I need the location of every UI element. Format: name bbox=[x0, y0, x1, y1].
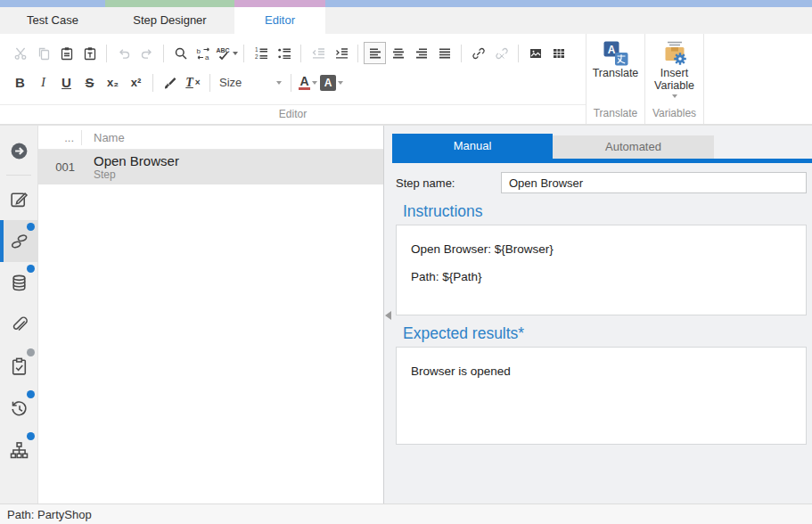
svg-text:a: a bbox=[205, 53, 209, 61]
clipboard-check-icon bbox=[9, 356, 29, 377]
redo-icon[interactable] bbox=[135, 42, 158, 64]
tab-color-strip bbox=[0, 0, 812, 7]
strikethrough-button[interactable]: S bbox=[78, 71, 101, 94]
step-name-input[interactable] bbox=[501, 172, 807, 193]
insert-variable-icon bbox=[661, 40, 688, 67]
translate-button[interactable]: A Translate bbox=[593, 40, 639, 79]
paste-icon[interactable] bbox=[55, 42, 78, 64]
translate-icon: A bbox=[603, 40, 629, 67]
toolbar-separator bbox=[152, 74, 153, 92]
hierarchy-badge bbox=[27, 432, 35, 440]
font-color-button[interactable]: A bbox=[297, 71, 319, 94]
history-icon bbox=[9, 398, 29, 419]
insert-variable-button[interactable]: Insert Variable bbox=[654, 40, 694, 98]
align-center-icon[interactable] bbox=[387, 42, 409, 64]
underline-button[interactable]: U bbox=[55, 71, 78, 94]
align-right-icon[interactable] bbox=[410, 42, 432, 64]
instructions-editor[interactable]: Open Browser: ${Browser} Path: ${Path} bbox=[396, 225, 807, 315]
rail-item-checklist[interactable] bbox=[0, 346, 38, 388]
cut-icon[interactable] bbox=[9, 42, 31, 64]
step-number: 001 bbox=[38, 160, 82, 174]
toolbar-separator bbox=[209, 74, 210, 92]
app-window: Test Case Step Designer Editor bbox=[0, 0, 812, 524]
expected-results-editor[interactable]: Browser is opened bbox=[396, 347, 807, 445]
steps-list-header: ... Name bbox=[38, 126, 383, 150]
step-name-label: Step name: bbox=[396, 176, 501, 190]
collapse-panel-icon[interactable] bbox=[385, 311, 391, 320]
rail-item-hierarchy[interactable] bbox=[0, 430, 38, 471]
tab-editor[interactable]: Editor bbox=[234, 7, 325, 34]
table-row[interactable]: 001 Open Browser Step bbox=[38, 150, 383, 184]
status-path: Path: PartyShop bbox=[7, 508, 92, 521]
tab-step-designer[interactable]: Step Designer bbox=[105, 7, 234, 34]
main-area: ... Name 001 Open Browser Step Manual Au… bbox=[0, 125, 812, 504]
justify-icon[interactable] bbox=[433, 42, 455, 64]
size-caret-icon bbox=[276, 81, 282, 85]
ribbon-group-label-translate: Translate bbox=[586, 104, 644, 124]
rail-item-history[interactable] bbox=[0, 388, 38, 430]
rail-item-attachments[interactable] bbox=[0, 304, 38, 346]
left-rail bbox=[0, 126, 38, 504]
copy-icon[interactable] bbox=[32, 42, 54, 64]
strip-rest bbox=[325, 0, 812, 7]
toolbar-separator bbox=[357, 45, 358, 62]
tab-automated[interactable]: Automated bbox=[553, 135, 714, 159]
steps-badge bbox=[27, 223, 35, 231]
align-left-icon[interactable] bbox=[364, 42, 386, 64]
toolbar-separator bbox=[300, 45, 301, 62]
checklist-badge bbox=[27, 348, 35, 356]
bold-button[interactable]: B bbox=[9, 71, 31, 94]
forward-circle-icon bbox=[9, 141, 29, 161]
outdent-icon[interactable] bbox=[307, 42, 329, 64]
italic-button[interactable]: I bbox=[32, 71, 54, 94]
column-header-name[interactable]: Name bbox=[82, 131, 125, 144]
rail-item-steps[interactable] bbox=[0, 220, 38, 262]
history-badge bbox=[27, 390, 35, 398]
rail-item-test-data[interactable] bbox=[0, 262, 38, 304]
steps-list-panel: ... Name 001 Open Browser Step bbox=[38, 126, 383, 504]
highlight-caret-icon bbox=[338, 81, 343, 85]
replace-icon[interactable]: ba bbox=[193, 42, 215, 64]
svg-text:1: 1 bbox=[255, 46, 258, 53]
link-icon[interactable] bbox=[467, 42, 489, 64]
toolbar-separator bbox=[291, 74, 291, 92]
spellcheck-icon[interactable]: ABC bbox=[216, 42, 238, 64]
clear-format-button[interactable]: T× bbox=[182, 71, 204, 94]
paperclip-icon bbox=[9, 315, 29, 335]
toolbar-separator bbox=[163, 45, 164, 62]
toolbar-separator bbox=[518, 45, 519, 62]
instructions-heading: Instructions bbox=[403, 202, 807, 221]
font-size-dropdown[interactable]: Size bbox=[216, 71, 285, 94]
svg-text:2: 2 bbox=[255, 53, 258, 59]
bullet-list-icon[interactable] bbox=[273, 42, 295, 64]
spellcheck-dropdown-caret[interactable] bbox=[233, 52, 238, 55]
table-icon[interactable] bbox=[547, 42, 570, 64]
toolbar-row-1: ba ABC 12 bbox=[0, 38, 586, 68]
steps-icon bbox=[9, 231, 30, 252]
tab-manual[interactable]: Manual bbox=[392, 134, 553, 159]
unlink-icon[interactable] bbox=[490, 42, 513, 64]
toolbar-separator bbox=[243, 45, 244, 62]
column-header-number[interactable]: ... bbox=[38, 130, 82, 145]
indent-icon[interactable] bbox=[330, 42, 352, 64]
toolbar-separator bbox=[106, 45, 107, 62]
tab-test-case[interactable]: Test Case bbox=[0, 7, 105, 34]
subscript-button[interactable]: x₂ bbox=[102, 71, 124, 94]
numbered-list-icon[interactable]: 12 bbox=[250, 42, 272, 64]
image-icon[interactable] bbox=[524, 42, 546, 64]
format-painter-icon[interactable] bbox=[159, 71, 181, 94]
toolbar-separator bbox=[461, 45, 462, 62]
detail-tabs-underline bbox=[392, 159, 812, 163]
hierarchy-icon bbox=[9, 440, 29, 461]
paste-text-icon[interactable] bbox=[78, 42, 101, 64]
undo-icon[interactable] bbox=[112, 42, 135, 64]
instructions-line: Open Browser: ${Browser} bbox=[411, 242, 791, 256]
search-icon[interactable] bbox=[169, 42, 192, 64]
highlight-color-button[interactable]: A bbox=[320, 71, 343, 94]
detail-tabs: Manual Automated bbox=[392, 134, 812, 159]
superscript-button[interactable]: x² bbox=[125, 71, 147, 94]
expected-results-heading: Expected results* bbox=[403, 324, 807, 343]
font-color-caret-icon bbox=[312, 81, 317, 85]
rail-item-forward[interactable] bbox=[0, 130, 38, 172]
rail-item-edit[interactable] bbox=[0, 178, 38, 220]
